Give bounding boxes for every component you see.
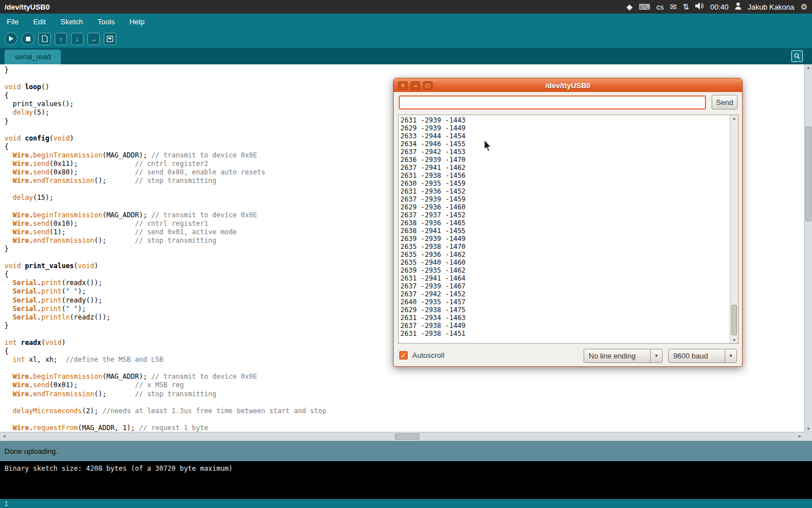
maximize-icon[interactable]: □	[423, 81, 433, 90]
editor-hscroll-thumb[interactable]	[395, 433, 420, 440]
serial-monitor-titlebar[interactable]: × – □ /dev/ttyUSB0	[394, 78, 742, 92]
save-icon: ↓	[76, 36, 79, 42]
volume-icon[interactable]	[695, 2, 704, 11]
stop-icon	[26, 37, 30, 41]
serial-line: 2637 -2938 -1449	[400, 322, 729, 330]
editor-vscroll-thumb[interactable]	[805, 126, 811, 221]
menu-help[interactable]: Help	[129, 17, 144, 26]
serial-line: 2637 -2939 -1467	[400, 282, 729, 290]
scroll-down-icon[interactable]: ▼	[730, 338, 738, 342]
session-gear-icon[interactable]: ⚙	[800, 3, 807, 11]
window-controls: × – □	[398, 81, 433, 90]
scrollbar-corner	[804, 432, 812, 441]
serial-line: 2638 -2936 -1465	[400, 219, 729, 227]
stop-button[interactable]	[21, 32, 34, 45]
upload-icon: →	[91, 36, 97, 42]
autoscroll-label[interactable]: Autoscroll	[412, 351, 444, 360]
save-button[interactable]: ↓	[71, 33, 83, 45]
serial-monitor-title: /dev/ttyUSB0	[394, 81, 742, 90]
mail-icon[interactable]: ✉	[670, 3, 677, 11]
close-icon[interactable]: ×	[398, 81, 408, 90]
line-number: 1	[5, 500, 8, 507]
status-bar: Done uploading.	[0, 441, 812, 461]
ide-header: File Edit Sketch Tools Help ↑ ↓ →	[0, 14, 812, 48]
editor-horizontal-scrollbar[interactable]: ◄ ►	[0, 432, 804, 441]
serial-monitor-corner-button[interactable]	[791, 50, 803, 62]
toolbar: ↑ ↓ →	[0, 29, 812, 48]
serial-monitor-button[interactable]	[104, 33, 116, 45]
line-number-bar: 1	[0, 499, 812, 508]
scroll-down-icon[interactable]: ▼	[805, 427, 812, 431]
line-ending-dropdown[interactable]: No line ending ▼	[584, 349, 663, 363]
serial-line: 2635 -2940 -1460	[400, 259, 729, 266]
serial-line: 2630 -2935 -1459	[400, 179, 729, 187]
verify-button[interactable]	[5, 32, 17, 45]
send-button[interactable]: Send	[712, 95, 738, 110]
serial-line: 2631 -2934 -1463	[400, 314, 729, 322]
chevron-down-icon[interactable]: ▼	[650, 349, 662, 362]
scroll-left-icon[interactable]: ◄	[2, 434, 6, 438]
code-line: Wire.endTransmission(); // stop transmit…	[5, 390, 804, 398]
desktop-panel: /dev/ttyUSB0 ◆ ⌨ cs ✉ ⇅ 00:40 Jakub Kako…	[0, 0, 812, 14]
menu-sketch[interactable]: Sketch	[60, 17, 83, 26]
scroll-up-icon[interactable]: ▲	[805, 65, 812, 69]
code-line	[5, 398, 804, 407]
tab-serial-read[interactable]: serial_read	[5, 50, 61, 64]
tab-strip: serial_read	[0, 48, 812, 64]
serial-line: 2639 -2935 -1462	[400, 266, 729, 274]
serial-line: 2629 -2938 -1475	[400, 306, 729, 314]
serial-line: 2631 -2938 -1451	[400, 330, 729, 338]
serial-line: 2629 -2939 -1449	[400, 124, 729, 132]
open-icon: ↑	[59, 36, 63, 42]
serial-line: 2631 -2939 -1443	[400, 116, 729, 124]
serial-output-text: 2631 -2939 -14432629 -2939 -14492633 -29…	[400, 116, 729, 342]
open-button[interactable]: ↑	[55, 33, 67, 45]
code-line	[5, 415, 804, 424]
clock[interactable]: 00:40	[710, 3, 729, 11]
user-icon	[735, 2, 742, 11]
serial-output-scrollbar[interactable]: ▲ ▼	[730, 115, 738, 343]
editor-vertical-scrollbar[interactable]: ▲ ▼	[804, 64, 812, 432]
build-console: Binary sketch size: 4208 bytes (of a 307…	[0, 461, 812, 499]
scroll-up-icon[interactable]: ▲	[730, 116, 738, 120]
console-text: Binary sketch size: 4208 bytes (of a 307…	[5, 465, 233, 472]
serial-line: 2640 -2935 -1457	[400, 298, 729, 306]
autoscroll-checkbox[interactable]: ✓	[399, 351, 408, 360]
baud-rate-dropdown[interactable]: 9600 baud ▼	[668, 349, 737, 363]
status-message: Done uploading.	[5, 447, 58, 456]
window-title: /dev/ttyUSB0	[5, 3, 50, 11]
keyboard-layout-label[interactable]: cs	[656, 3, 664, 11]
scroll-right-icon[interactable]: ►	[798, 434, 802, 438]
network-icon[interactable]: ⇅	[683, 3, 690, 11]
serial-line: 2631 -2938 -1456	[400, 172, 729, 179]
serial-line: 2638 -2941 -1455	[400, 227, 729, 235]
serial-line: 2635 -2936 -1462	[400, 251, 729, 259]
serial-line: 2631 -2936 -1452	[400, 187, 729, 195]
menu-tools[interactable]: Tools	[98, 17, 114, 26]
panel-indicators: ◆ ⌨ cs ✉ ⇅ 00:40 Jakub Kakona ⚙	[626, 2, 807, 11]
code-line: Wire.requestFrom(MAG_ADDR, 1); // reques…	[5, 424, 804, 432]
minimize-icon[interactable]: –	[411, 81, 420, 90]
username-label[interactable]: Jakub Kakona	[748, 3, 794, 11]
mouse-cursor	[484, 140, 492, 154]
serial-line: 2637 -2941 -1462	[400, 164, 729, 172]
menu-file[interactable]: File	[7, 17, 19, 26]
keyboard-icon[interactable]: ⌨	[639, 3, 650, 11]
serial-line: 2633 -2944 -1454	[400, 132, 729, 140]
serial-line: 2637 -2942 -1453	[400, 148, 729, 156]
code-line: Wire.send(0x01); // x MSB reg	[5, 381, 804, 389]
menu-edit[interactable]: Edit	[33, 17, 46, 26]
upload-button[interactable]: →	[87, 33, 100, 45]
serial-line: 2637 -2937 -1452	[400, 211, 729, 219]
serial-line: 2634 -2946 -1455	[400, 140, 729, 148]
serial-line: 2637 -2939 -1459	[400, 195, 729, 203]
serial-scroll-thumb[interactable]	[731, 305, 737, 335]
serial-line: 2631 -2941 -1464	[400, 274, 729, 282]
new-sketch-button[interactable]	[38, 33, 51, 45]
chevron-down-icon[interactable]: ▼	[725, 349, 736, 362]
code-line: Wire.beginTransmission(MAG_ADDR); // tra…	[5, 373, 804, 381]
serial-output-area[interactable]: 2631 -2939 -14432629 -2939 -14492633 -29…	[398, 115, 739, 344]
indicator-icon[interactable]: ◆	[626, 3, 633, 11]
serial-line: 2635 -2938 -1470	[400, 243, 729, 251]
serial-send-input[interactable]	[399, 95, 706, 110]
